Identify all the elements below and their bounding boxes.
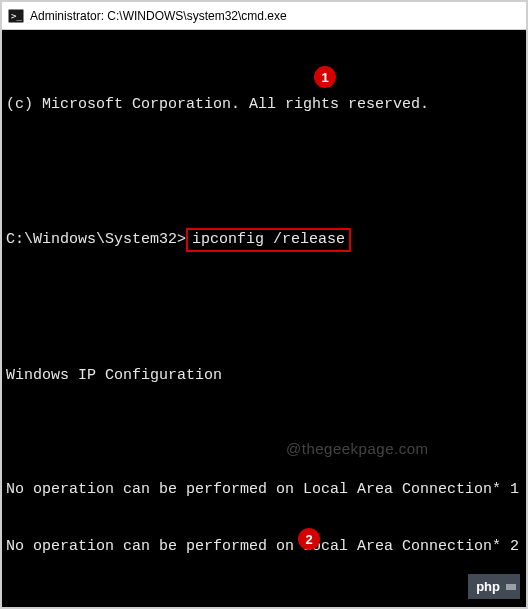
svg-text:>_: >_ bbox=[11, 11, 22, 21]
blank bbox=[6, 423, 522, 442]
watermark: @thegeekpage.com bbox=[286, 439, 428, 458]
blank bbox=[6, 594, 522, 607]
window-title: Administrator: C:\WINDOWS\system32\cmd.e… bbox=[30, 9, 287, 23]
step-badge-2: 2 bbox=[298, 528, 320, 550]
prompt-path: C:\Windows\System32> bbox=[6, 231, 186, 248]
prompt-line-1: C:\Windows\System32>ipconfig /release bbox=[6, 228, 522, 252]
noop-line-2: No operation can be performed on Local A… bbox=[6, 537, 522, 556]
php-watermark-box: php bbox=[468, 574, 520, 599]
copyright-line: (c) Microsoft Corporation. All rights re… bbox=[6, 95, 522, 114]
blank bbox=[6, 152, 522, 171]
step-badge-1: 1 bbox=[314, 66, 336, 88]
cmd-icon: >_ bbox=[8, 8, 24, 24]
blank bbox=[6, 309, 522, 328]
window-titlebar[interactable]: >_ Administrator: C:\WINDOWS\system32\cm… bbox=[2, 2, 526, 30]
noop-line-1: No operation can be performed on Local A… bbox=[6, 480, 522, 499]
terminal-body[interactable]: (c) Microsoft Corporation. All rights re… bbox=[2, 30, 526, 607]
highlight-release: ipconfig /release bbox=[186, 228, 351, 252]
ipconfig-header-1: Windows IP Configuration bbox=[6, 366, 522, 385]
